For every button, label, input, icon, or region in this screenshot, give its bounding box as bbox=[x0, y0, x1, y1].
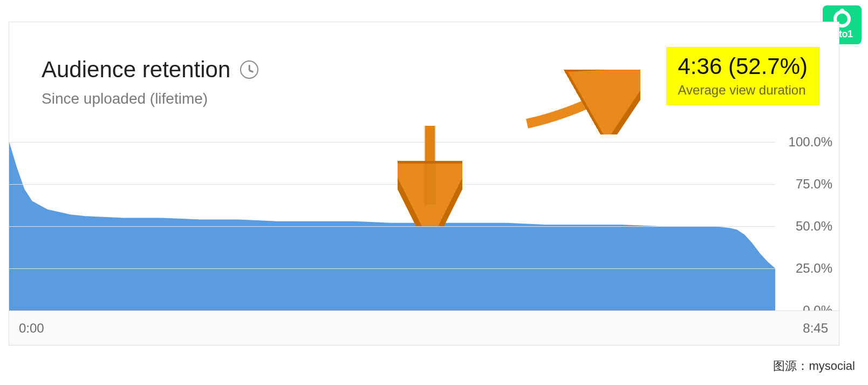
y-tick-label: 100.0% bbox=[789, 134, 832, 150]
arrow-right-icon bbox=[516, 70, 640, 134]
image-credit: 图源：mysocial bbox=[773, 358, 855, 374]
x-axis: 0:00 8:45 bbox=[9, 310, 839, 345]
retention-card: Audience retention Since uploaded (lifet… bbox=[9, 22, 839, 346]
title-text: Audience retention bbox=[42, 57, 230, 83]
x-tick-end: 8:45 bbox=[803, 321, 828, 336]
plot-region bbox=[9, 142, 775, 310]
card-subtitle: Since uploaded (lifetime) bbox=[42, 90, 258, 107]
card-title: Audience retention bbox=[42, 57, 258, 83]
chart-area: 100.0%75.0%50.0%25.0%0.0% bbox=[9, 142, 839, 310]
x-tick-start: 0:00 bbox=[19, 321, 44, 336]
avg-view-duration-label: Average view duration bbox=[678, 83, 808, 98]
gridline bbox=[9, 268, 775, 269]
gridline bbox=[9, 184, 775, 185]
card-header: Audience retention Since uploaded (lifet… bbox=[42, 57, 258, 107]
y-tick-label: 25.0% bbox=[796, 261, 832, 276]
avg-view-duration-box: 4:36 (52.7%) Average view duration bbox=[666, 47, 819, 105]
avg-view-duration-value: 4:36 (52.7%) bbox=[678, 53, 808, 79]
gridline bbox=[9, 226, 775, 227]
gridline bbox=[9, 142, 775, 143]
y-tick-label: 50.0% bbox=[796, 219, 832, 234]
clock-icon bbox=[240, 60, 258, 79]
y-tick-label: 75.0% bbox=[796, 177, 832, 192]
